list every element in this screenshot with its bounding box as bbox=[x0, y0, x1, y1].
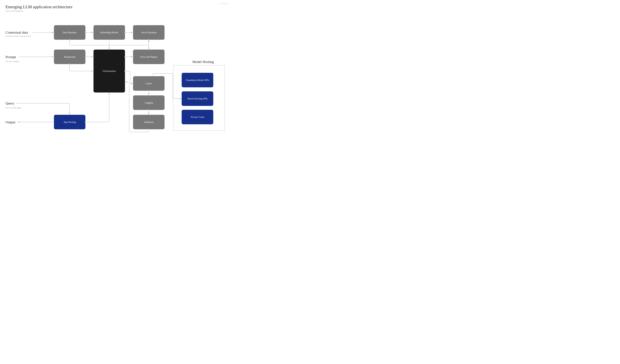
logging-node: Logging bbox=[133, 95, 165, 110]
data-pipelines-node: Data Pipelines bbox=[54, 25, 85, 40]
query-sublabel: User or system trigger bbox=[5, 107, 21, 109]
source-label: Source: A16Z Enterprise bbox=[5, 10, 23, 12]
brand-text: KLU bbox=[222, 2, 229, 5]
page-title: Emerging LLM application architecture bbox=[5, 4, 73, 9]
app-hosting-node: App Hosting bbox=[54, 115, 85, 129]
contextual-data-label: Contextual data bbox=[5, 30, 28, 34]
foundation-model-apis-node: Foundation Model APIs bbox=[182, 73, 213, 87]
prompt-label: Prompt bbox=[5, 55, 16, 59]
shared-hosting-apis-node: Shared Hosting APIs bbox=[182, 91, 213, 106]
tools-plugins-node: Tools and Plugins bbox=[133, 49, 165, 64]
playground-node: Playground bbox=[54, 49, 85, 64]
orchestration-node: Orchestration bbox=[93, 49, 125, 92]
private-cloud-node: Private Cloud bbox=[182, 110, 213, 124]
vector-database-node: Vector Database bbox=[133, 25, 165, 40]
brand-icon bbox=[218, 2, 221, 5]
contextual-data-sublabel: Customer, product, or business data bbox=[5, 35, 31, 37]
model-hosting-title: Model Hosting bbox=[182, 60, 224, 64]
query-label: Query bbox=[5, 101, 14, 106]
prompt-sublabel: Few-shot examples bbox=[5, 60, 19, 62]
embedding-model-node: Embedding Model bbox=[93, 25, 125, 40]
cache-node: Cache bbox=[133, 76, 165, 91]
validation-node: Validation bbox=[133, 115, 165, 129]
output-label: Output bbox=[5, 120, 15, 124]
brand-logo: KLU bbox=[218, 2, 229, 5]
